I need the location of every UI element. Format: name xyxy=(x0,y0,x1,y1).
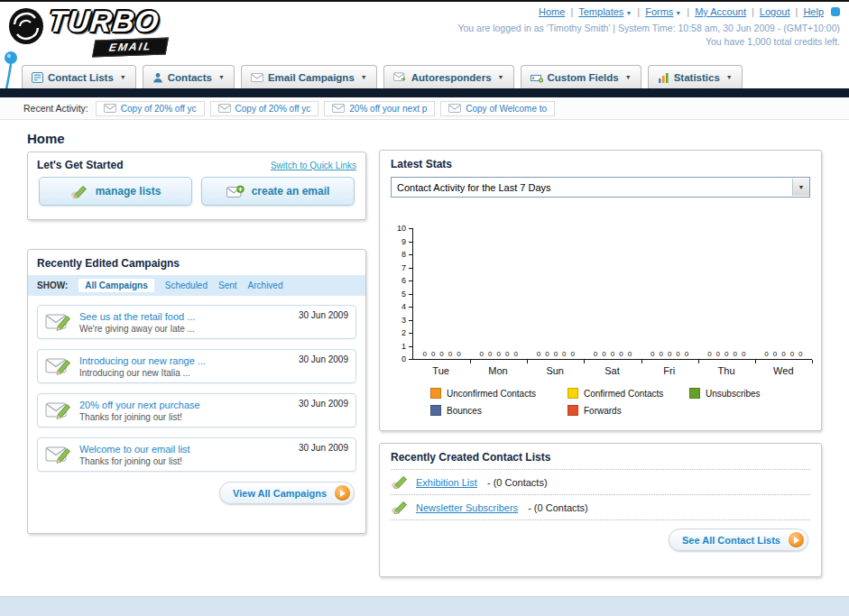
campaign-title-link[interactable]: Introducing our new range ... xyxy=(79,355,206,366)
manage-lists-label: manage lists xyxy=(96,185,161,198)
campaign-title-link[interactable]: See us at the retail food ... xyxy=(79,311,195,322)
tab-autoresponders[interactable]: Autoresponders▼ xyxy=(383,65,514,88)
tab-label: Autoresponders xyxy=(411,72,492,83)
campaign-subtitle: We're giving away our late ... xyxy=(79,324,195,334)
bar-value-label: 0 xyxy=(513,350,517,358)
filter-archived[interactable]: Archived xyxy=(248,280,283,290)
dotted-divider xyxy=(391,519,810,520)
filter-scheduled[interactable]: Scheduled xyxy=(165,280,208,290)
see-all-contact-lists-button[interactable]: See All Contact Lists xyxy=(669,529,808,551)
switch-to-quick-links-link[interactable]: Switch to Quick Links xyxy=(271,161,356,170)
campaign-date: 30 Jun 2009 xyxy=(299,310,348,320)
see-all-row: See All Contact Lists xyxy=(380,521,821,551)
chart-bar-group: 00000 xyxy=(641,228,698,359)
create-an-email-button[interactable]: create an email xyxy=(201,177,355,206)
page: TURBO EMAIL Home|Templates▼|Forms▼|My Ac… xyxy=(0,0,849,616)
contact-list-detail: - (0 Contacts) xyxy=(484,477,548,488)
chart-bar-group: 00000 xyxy=(755,228,812,359)
bar-value-label: 0 xyxy=(798,350,802,358)
latest-stats-panel: Latest Stats Contact Activity for the La… xyxy=(379,150,822,431)
y-axis-tick-label: 1 xyxy=(401,342,406,351)
campaign-text: Welcome to our email listThanks for join… xyxy=(79,444,190,466)
app-logo[interactable]: TURBO EMAIL xyxy=(7,5,233,57)
top-link-templates[interactable]: Templates▼ xyxy=(578,6,632,17)
campaign-title-link[interactable]: 20% off your next purchase xyxy=(79,400,200,410)
bar-value-label: 0 xyxy=(619,350,623,358)
recent-activity-item[interactable]: Copy of 20% off yc xyxy=(210,101,319,116)
autoresponder-icon xyxy=(393,72,407,82)
chevron-down-icon: ▼ xyxy=(120,74,126,80)
chart-plot: 00000000000000000000000000000000000 xyxy=(412,228,812,360)
top-link-logout[interactable]: Logout xyxy=(760,6,790,17)
filter-sent[interactable]: Sent xyxy=(218,280,237,290)
legend-swatch xyxy=(568,388,578,399)
x-axis-label: Sun xyxy=(527,360,584,376)
bar-value-label: 0 xyxy=(554,350,558,358)
envelope-icon xyxy=(448,104,461,113)
recent-campaigns-panel: Recently Edited Campaigns SHOW: All Camp… xyxy=(27,249,366,534)
filter-all-campaigns[interactable]: All Campaigns xyxy=(78,279,153,292)
chart-right: 00000000000000000000000000000000000 TueM… xyxy=(412,228,812,376)
view-all-campaigns-button[interactable]: View All Campaigns xyxy=(219,482,355,504)
tab-label: Custom Fields xyxy=(548,72,619,83)
campaign-subtitle: Thanks for joining our list! xyxy=(79,412,200,422)
dotted-divider xyxy=(391,494,810,495)
bar-value-label: 0 xyxy=(505,350,509,358)
tab-contact-lists[interactable]: Contact Lists▼ xyxy=(22,65,136,88)
top-link-help[interactable]: Help xyxy=(803,6,824,17)
campaign-row[interactable]: 20% off your next purchaseThanks for joi… xyxy=(37,393,356,428)
contact-list-row[interactable]: Exhibition List - (0 Contacts) xyxy=(380,471,821,493)
recent-activity-item-label: Copy of 20% off yc xyxy=(235,104,311,114)
bar-value-label: 0 xyxy=(545,350,549,358)
chart-legend: Unconfirmed ContactsConfirmed ContactsUn… xyxy=(430,388,821,422)
tab-statistics[interactable]: Statistics▼ xyxy=(648,65,743,88)
chevron-down-icon: ▼ xyxy=(625,74,632,80)
bar-value-label: 0 xyxy=(422,350,426,358)
chart-x-labels: TueMonSunSatFriThuWed xyxy=(412,360,812,376)
campaign-row[interactable]: Introducing our new range ...Introducing… xyxy=(37,349,356,383)
y-axis-tick-label: 10 xyxy=(397,224,406,233)
bar-value-labels: 00000 xyxy=(755,350,812,358)
bar-value-label: 0 xyxy=(594,350,597,358)
tab-email-campaigns[interactable]: Email Campaigns▼ xyxy=(241,65,377,88)
nav-separator: | xyxy=(687,6,689,17)
chart-bar-group: 00000 xyxy=(527,228,584,359)
manage-lists-button[interactable]: manage lists xyxy=(39,177,192,206)
main-nav-tabs: Contact Lists▼Contacts▼Email Campaigns▼A… xyxy=(0,63,849,88)
recent-activity-heading: Recent Activity: xyxy=(23,103,88,114)
contact-list-link[interactable]: Newsletter Subscribers xyxy=(416,502,518,513)
top-link-forms[interactable]: Forms▼ xyxy=(645,6,681,17)
tab-custom-fields[interactable]: Custom Fields▼ xyxy=(521,65,641,88)
recent-activity-item[interactable]: 20% off your next p xyxy=(324,101,435,116)
campaign-row[interactable]: See us at the retail food ...We're givin… xyxy=(37,305,356,339)
campaign-envelope-icon xyxy=(45,356,72,376)
recent-campaigns-title: Recently Edited Campaigns xyxy=(28,250,365,275)
y-axis-tick-label: 7 xyxy=(401,263,406,272)
logo-title: TURBO xyxy=(47,5,161,39)
tab-contacts[interactable]: Contacts▼ xyxy=(143,65,235,88)
campaign-envelope-icon xyxy=(45,400,72,420)
recent-contact-lists-title: Recently Created Contact Lists xyxy=(380,444,821,468)
recent-activity-item[interactable]: Copy of Welcome to xyxy=(440,101,555,116)
recent-activity-bar: Recent Activity: Copy of 20% off ycCopy … xyxy=(0,97,849,120)
bar-value-label: 0 xyxy=(651,350,654,358)
help-icon[interactable] xyxy=(831,7,840,16)
top-link-home[interactable]: Home xyxy=(539,6,565,17)
campaign-subtitle: Thanks for joining our list! xyxy=(79,456,190,466)
bar-value-label: 0 xyxy=(734,350,737,358)
pencil-icon xyxy=(391,475,409,489)
statistics-icon xyxy=(658,72,669,83)
pencil-write-icon xyxy=(70,185,88,198)
y-axis-tick-label: 0 xyxy=(401,354,406,363)
contact-list-row[interactable]: Newsletter Subscribers - (0 Contacts) xyxy=(380,496,821,519)
bar-value-label: 0 xyxy=(562,350,566,358)
top-link-my-account[interactable]: My Account xyxy=(695,6,746,17)
recent-activity-item[interactable]: Copy of 20% off yc xyxy=(96,101,205,116)
stats-period-select[interactable]: Contact Activity for the Last 7 Days ▼ xyxy=(391,177,810,198)
chart-bar-group: 00000 xyxy=(413,228,470,359)
contact-list-link[interactable]: Exhibition List xyxy=(416,477,477,488)
bar-value-label: 0 xyxy=(431,350,435,358)
campaign-title-link[interactable]: Welcome to our email list xyxy=(79,444,190,455)
bar-value-label: 0 xyxy=(496,350,500,358)
campaign-row[interactable]: Welcome to our email listThanks for join… xyxy=(37,437,356,472)
